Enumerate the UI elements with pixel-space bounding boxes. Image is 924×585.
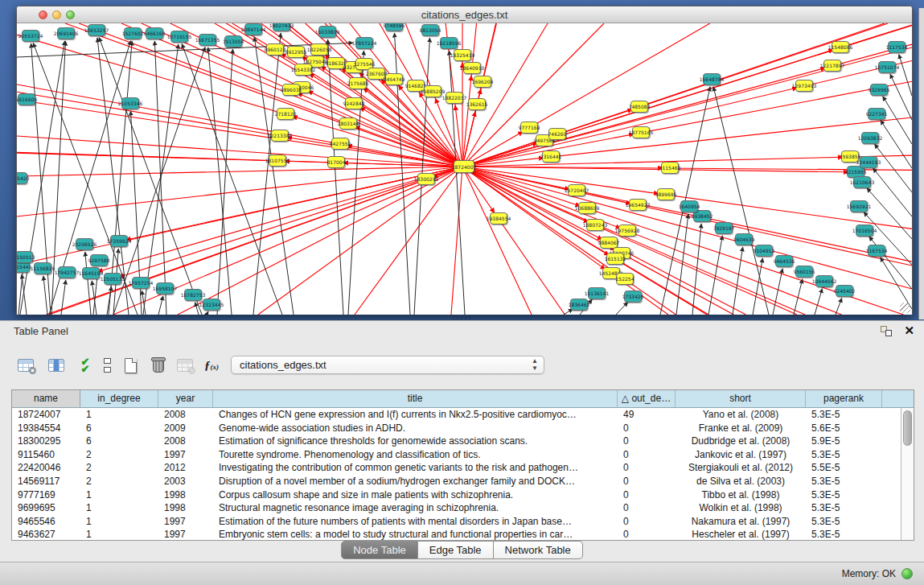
graph-node[interactable]: 9899695: [657, 188, 675, 200]
column-header-year[interactable]: year: [158, 390, 213, 407]
table-row[interactable]: 1456911722003Disruption of a novel membe…: [12, 475, 914, 488]
graph-node[interactable]: 9560156: [795, 266, 813, 278]
select-columns-icon[interactable]: ✔✔: [72, 353, 97, 377]
graph-node[interactable]: 15136141: [588, 287, 606, 299]
graph-node[interactable]: 20206526: [76, 238, 93, 250]
graph-node[interactable]: 12444193: [860, 156, 877, 168]
graph-node[interactable]: 19654923: [629, 199, 647, 211]
graph-node[interactable]: 18226058: [310, 43, 328, 56]
graph-node[interactable]: 1836462: [570, 299, 588, 311]
graph-node[interactable]: 8427552: [331, 138, 349, 150]
graph-node[interactable]: 10653257: [88, 24, 105, 36]
table-selector-dropdown[interactable]: citations_edges.txt ▲▼: [231, 356, 544, 374]
graph-node[interactable]: 15720407: [568, 184, 585, 196]
table-row[interactable]: 2242004622012Investigating the contribut…: [12, 461, 914, 475]
graph-node[interactable]: 16033809: [318, 26, 336, 38]
graph-node[interactable]: 17016504: [856, 225, 873, 237]
column-header-short[interactable]: short: [676, 390, 806, 407]
graph-node[interactable]: 1733426: [624, 290, 642, 303]
graph-node[interactable]: 2316441: [542, 150, 560, 163]
graph-node[interactable]: 9464536: [775, 255, 793, 267]
graph-hub-node[interactable]: 18724007: [454, 160, 474, 173]
graph-node[interactable]: 7485083: [630, 101, 648, 113]
table-row[interactable]: 946362711997Embryonic stem cells: a mode…: [12, 528, 914, 541]
network-canvas[interactable]: 8960123891295518226058182750481654338281…: [17, 23, 912, 315]
graph-node[interactable]: 11156829: [34, 262, 51, 274]
graph-node[interactable]: 21053346: [121, 97, 139, 109]
table-settings-icon[interactable]: [14, 353, 38, 377]
graph-node[interactable]: 9115460: [661, 162, 679, 174]
graph-node[interactable]: 20691406: [57, 27, 75, 39]
graph-node[interactable]: 1696209: [474, 76, 491, 88]
graph-node[interactable]: 16958107: [156, 282, 174, 295]
graph-node[interactable]: 17857224: [355, 37, 373, 49]
graph-node[interactable]: 16671355: [199, 34, 216, 46]
graph-node[interactable]: 9245402: [836, 285, 853, 297]
graph-node[interactable]: 20553724: [22, 30, 39, 42]
graph-node[interactable]: 2718120: [277, 108, 294, 120]
graph-node[interactable]: 12093832: [861, 132, 879, 144]
graph-node[interactable]: 1362615: [468, 98, 486, 110]
show-columns-icon[interactable]: [44, 353, 68, 377]
graph-node[interactable]: 18325419: [454, 49, 471, 61]
table-row[interactable]: 977716911998Corpus callosum shape and si…: [12, 488, 914, 502]
graph-node[interactable]: 18822017: [446, 92, 463, 104]
new-column-icon[interactable]: [118, 353, 142, 377]
float-panel-icon[interactable]: [881, 326, 892, 336]
graph-node[interactable]: 2175685: [349, 77, 367, 89]
column-header-out_de[interactable]: △ out_de…: [618, 390, 676, 407]
graph-node[interactable]: 1167534: [868, 245, 885, 257]
graph-node[interactable]: 16543382: [294, 64, 312, 76]
table-scrollbar-thumb[interactable]: [903, 410, 912, 446]
close-panel-icon[interactable]: ✕: [904, 323, 914, 338]
graph-node[interactable]: 17942757: [58, 266, 76, 278]
delete-column-icon[interactable]: [146, 353, 170, 377]
graph-node[interactable]: 17957254: [132, 277, 150, 289]
graph-node[interactable]: 1005420: [17, 172, 27, 184]
function-builder-icon[interactable]: ƒ(x): [199, 353, 224, 377]
graph-node[interactable]: 9297588: [90, 254, 108, 266]
graph-node[interactable]: 18300295: [417, 173, 435, 185]
graph-node[interactable]: 16210643: [853, 176, 871, 188]
table-row[interactable]: 1830029562008Estimation of significance …: [12, 435, 914, 448]
graph-node[interactable]: 11548086: [832, 41, 849, 53]
table-row[interactable]: 911546021997Tourette syndrome. Phenomeno…: [12, 448, 914, 462]
graph-node[interactable]: 17359924: [110, 235, 128, 247]
graph-node[interactable]: 6466160: [146, 27, 163, 39]
graph-node[interactable]: 10719155: [170, 31, 188, 43]
network-window-titlebar[interactable]: citations_edges.txt: [17, 6, 912, 23]
column-header-title[interactable]: title: [213, 390, 618, 407]
graph-node[interactable]: 18807243: [586, 219, 604, 231]
graph-node[interactable]: 12505135: [104, 273, 121, 285]
delete-table-icon[interactable]: ✕: [173, 353, 197, 377]
graph-node[interactable]: 19384554: [490, 212, 507, 225]
graph-node[interactable]: 11645194: [82, 267, 100, 279]
graph-node[interactable]: 2616605: [18, 93, 35, 105]
table-row[interactable]: 1938455462009Genome-wide association stu…: [12, 422, 914, 435]
graph-node[interactable]: 19218596: [440, 37, 458, 49]
row-height-icon[interactable]: [95, 353, 119, 377]
graph-node[interactable]: 1604639: [735, 233, 753, 245]
graph-node[interactable]: 1150513: [17, 251, 33, 263]
tab-edge-table[interactable]: Edge Table: [418, 541, 494, 559]
graph-node[interactable]: 19756928: [618, 225, 636, 237]
graph-node[interactable]: 7513054: [224, 35, 242, 47]
graph-node[interactable]: 1615132: [606, 253, 624, 265]
graph-node[interactable]: 9777169: [520, 122, 538, 134]
graph-node[interactable]: 9242848: [345, 97, 363, 109]
tab-node-table[interactable]: Node Table: [341, 541, 418, 559]
graph-node[interactable]: 9329965: [870, 84, 888, 96]
graph-node[interactable]: 19027433: [273, 23, 290, 31]
graph-node[interactable]: 8912955: [287, 46, 305, 58]
table-row[interactable]: 969969511998Structural magnetic resonanc…: [12, 501, 914, 515]
graph-node[interactable]: 16648784: [703, 73, 721, 85]
graph-node[interactable]: 16782753: [184, 289, 202, 301]
memory-status-indicator-icon[interactable]: [901, 568, 913, 579]
graph-node[interactable]: 10688609: [578, 202, 596, 214]
window-resize-grip[interactable]: [900, 303, 910, 313]
graph-node[interactable]: 2803144: [339, 117, 357, 130]
graph-node[interactable]: 10944562: [815, 275, 833, 287]
graph-node[interactable]: 12973493: [795, 80, 813, 92]
graph-node[interactable]: 18775165: [632, 126, 650, 138]
graph-node[interactable]: 8960123: [266, 43, 284, 56]
